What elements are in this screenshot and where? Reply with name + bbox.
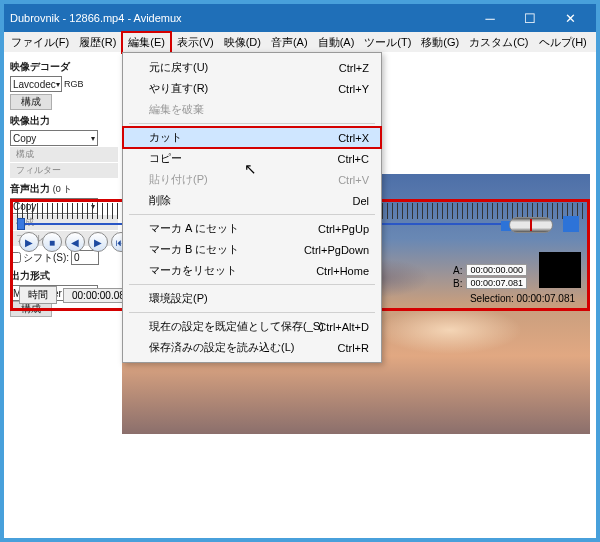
menu-video[interactable]: 映像(D): [219, 33, 266, 52]
marker-a-value: 00:00:00.000: [466, 264, 527, 276]
menu-go[interactable]: 移動(G): [416, 33, 464, 52]
selection-label: Selection:: [470, 293, 514, 304]
mouse-cursor-icon: ↖: [244, 160, 257, 178]
corner-marker[interactable]: [563, 216, 579, 232]
play-button[interactable]: ▶: [19, 232, 39, 252]
menu-recent[interactable]: 履歴(R): [74, 33, 121, 52]
menu-audio[interactable]: 音声(A): [266, 33, 313, 52]
slider-thumb[interactable]: [17, 218, 25, 230]
mi-load-saved[interactable]: 保存済みの設定を読み込む(L)Ctrl+R: [123, 337, 381, 358]
menu-edit[interactable]: 編集(E): [121, 31, 172, 54]
marker-b-label: B:: [453, 278, 462, 289]
next-frame-button[interactable]: ▶: [88, 232, 108, 252]
video-output-label: 映像出力: [10, 114, 118, 128]
mi-set-marker-b[interactable]: マーカ B にセットCtrl+PgDown: [123, 239, 381, 260]
menubar: ファイル(F) 履歴(R) 編集(E) 表示(V) 映像(D) 音声(A) 自動…: [4, 32, 596, 52]
mi-preferences[interactable]: 環境設定(P): [123, 288, 381, 309]
mi-set-marker-a[interactable]: マーカ A にセットCtrl+PgUp: [123, 218, 381, 239]
video-output-combo[interactable]: Copy▾: [10, 130, 98, 146]
menu-tools[interactable]: ツール(T): [359, 33, 416, 52]
window-title: Dubrovnik - 12866.mp4 - Avidemux: [10, 12, 470, 24]
stop-button[interactable]: ■: [42, 232, 62, 252]
jog-wheel[interactable]: [509, 217, 553, 233]
minimize-button[interactable]: ─: [470, 11, 510, 26]
video-out-filter: フィルター: [10, 163, 118, 178]
decoder-right: RGB: [64, 79, 84, 89]
maximize-button[interactable]: ☐: [510, 11, 550, 26]
edit-menu-dropdown: 元に戻す(U)Ctrl+Z やり直す(R)Ctrl+Y 編集を破棄 カットCtr…: [122, 52, 382, 363]
menu-custom[interactable]: カスタム(C): [464, 33, 533, 52]
mi-discard-edits[interactable]: 編集を破棄: [123, 99, 381, 120]
prev-frame-button[interactable]: ◀: [65, 232, 85, 252]
mi-undo[interactable]: 元に戻す(U)Ctrl+Z: [123, 57, 381, 78]
mi-save-default[interactable]: 現在の設定を既定値として保存(_S)Ctrl+Alt+D: [123, 316, 381, 337]
menu-help[interactable]: ヘルプ(H): [534, 33, 592, 52]
menu-file[interactable]: ファイル(F): [6, 33, 74, 52]
decoder-config-button[interactable]: 構成: [10, 94, 52, 110]
decoder-combo[interactable]: Lavcodec▾: [10, 76, 62, 92]
time-label-button[interactable]: 時間: [19, 286, 57, 304]
menu-view[interactable]: 表示(V): [172, 33, 219, 52]
preview-thumbnail: [539, 252, 581, 288]
marker-b-value: 00:00:07.081: [466, 277, 527, 289]
close-button[interactable]: ✕: [550, 11, 590, 26]
video-out-config: 構成: [10, 147, 118, 162]
selection-value: 00:00:07.081: [517, 293, 575, 304]
marker-a-label: A:: [453, 265, 462, 276]
video-decoder-label: 映像デコーダ: [10, 60, 118, 74]
mi-redo[interactable]: やり直す(R)Ctrl+Y: [123, 78, 381, 99]
mi-cut[interactable]: カットCtrl+X: [123, 127, 381, 148]
menu-auto[interactable]: 自動(A): [313, 33, 360, 52]
mi-reset-markers[interactable]: マーカをリセットCtrl+Home: [123, 260, 381, 281]
audio-output-label: 音声出力 (0 ト: [10, 182, 118, 196]
mi-delete[interactable]: 削除Del: [123, 190, 381, 211]
